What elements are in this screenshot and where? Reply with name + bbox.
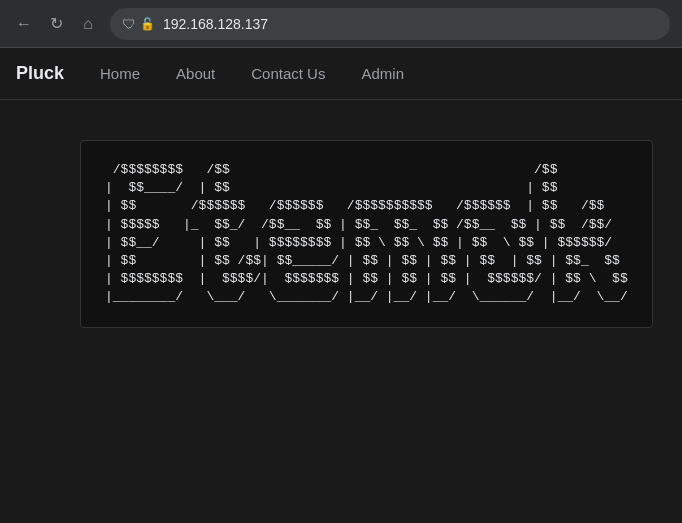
navbar-brand[interactable]: Pluck: [16, 63, 64, 84]
back-button[interactable]: ←: [12, 12, 36, 36]
security-icon: 🛡 🔓: [122, 16, 155, 32]
refresh-button[interactable]: ↻: [44, 12, 68, 36]
page: Pluck Home About Contact Us Admin /$$$$$…: [0, 48, 682, 523]
ascii-art: /$$$$$$$$ /$$ /$$ | $$____/ | $$ | $$ | …: [105, 161, 628, 307]
lock-icon: 🔓: [140, 17, 155, 31]
main-content: /$$$$$$$$ /$$ /$$ | $$____/ | $$ | $$ | …: [0, 100, 682, 358]
nav-contact[interactable]: Contact Us: [235, 59, 341, 88]
navbar: Pluck Home About Contact Us Admin: [0, 48, 682, 100]
address-bar[interactable]: 🛡 🔓 192.168.128.137: [110, 8, 670, 40]
url-text: 192.168.128.137: [163, 16, 268, 32]
browser-nav-buttons: ← ↻ ⌂: [12, 12, 100, 36]
home-button[interactable]: ⌂: [76, 12, 100, 36]
nav-about[interactable]: About: [160, 59, 231, 88]
shield-icon: 🛡: [122, 16, 136, 32]
ascii-container: /$$$$$$$$ /$$ /$$ | $$____/ | $$ | $$ | …: [80, 140, 653, 328]
browser-chrome: ← ↻ ⌂ 🛡 🔓 192.168.128.137: [0, 0, 682, 48]
nav-home[interactable]: Home: [84, 59, 156, 88]
nav-admin[interactable]: Admin: [345, 59, 420, 88]
